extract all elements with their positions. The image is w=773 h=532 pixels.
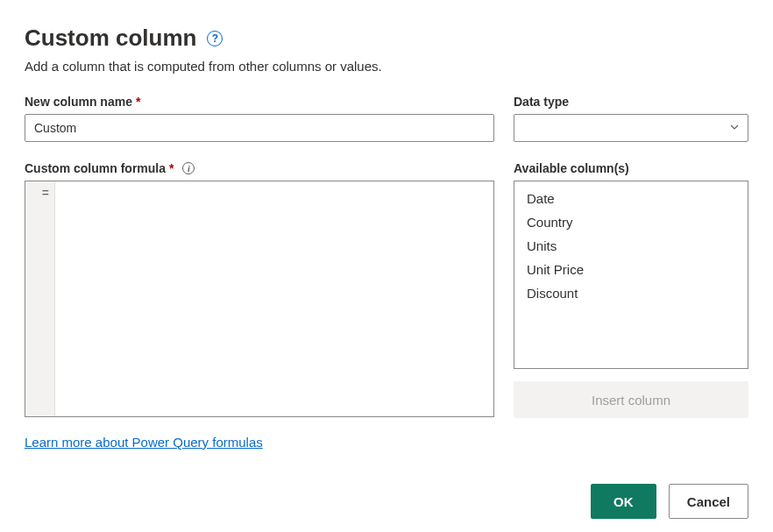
new-column-name-label: New column name * xyxy=(25,95,494,109)
new-column-name-input[interactable] xyxy=(25,114,494,142)
required-mark: * xyxy=(169,161,174,175)
available-columns-label: Available column(s) xyxy=(514,161,748,175)
data-type-label: Data type xyxy=(514,95,748,109)
insert-column-button[interactable]: Insert column xyxy=(514,381,748,418)
available-columns-list: Date Country Units Unit Price Discount xyxy=(514,181,748,369)
ok-button[interactable]: OK xyxy=(591,484,656,519)
data-type-select[interactable] xyxy=(514,114,748,142)
formula-editor[interactable] xyxy=(55,181,493,416)
info-icon[interactable]: i xyxy=(182,162,195,174)
formula-label: Custom column formula * i xyxy=(25,161,494,175)
formula-gutter: = xyxy=(25,181,55,416)
required-mark: * xyxy=(136,95,140,109)
list-item[interactable]: Units xyxy=(514,234,748,258)
cancel-button[interactable]: Cancel xyxy=(669,484,748,519)
help-icon[interactable]: ? xyxy=(207,31,223,46)
list-item[interactable]: Discount xyxy=(514,281,748,305)
list-item[interactable]: Unit Price xyxy=(514,258,748,281)
list-item[interactable]: Date xyxy=(514,187,748,210)
learn-more-link[interactable]: Learn more about Power Query formulas xyxy=(25,435,263,450)
dialog-subtitle: Add a column that is computed from other… xyxy=(25,59,748,74)
dialog-title: Custom column xyxy=(25,25,196,52)
list-item[interactable]: Country xyxy=(514,210,748,234)
formula-editor-container: = xyxy=(25,181,494,417)
